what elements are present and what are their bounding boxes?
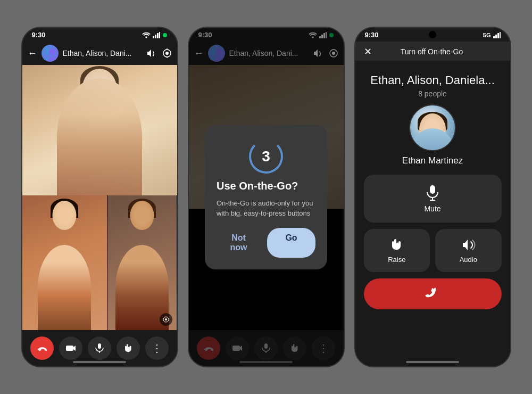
video-participant-bottom-left xyxy=(22,195,107,330)
home-indicator-3 xyxy=(406,361,459,363)
fx-badge-icon xyxy=(160,313,172,326)
svg-rect-2 xyxy=(157,33,159,38)
mic-icon xyxy=(94,343,105,354)
svg-point-4 xyxy=(163,33,167,37)
countdown-circle: 3 xyxy=(249,139,283,174)
video-participant-top xyxy=(22,61,177,195)
svg-rect-29 xyxy=(497,33,499,38)
status-icons-1 xyxy=(142,32,168,38)
audio-button[interactable]: Audio xyxy=(435,229,502,272)
camera-icon xyxy=(65,343,76,354)
raise-hand-icon-3 xyxy=(389,237,404,252)
mute-mic-icon xyxy=(424,184,441,201)
more-options-button[interactable]: ⋮ xyxy=(145,336,169,360)
topbar-label: Turn off On-the-Go xyxy=(401,47,463,56)
speaker-icon[interactable] xyxy=(146,48,156,58)
status-time-1: 9:30 xyxy=(32,31,46,39)
dialog-buttons: Not now Go xyxy=(217,228,315,258)
avatar-body xyxy=(411,128,454,151)
raise-hand-button[interactable] xyxy=(117,336,140,360)
svg-rect-12 xyxy=(66,346,73,351)
svg-rect-13 xyxy=(98,343,101,349)
end-call-icon xyxy=(37,343,47,354)
on-the-go-content: Ethan, Alison, Daniela... 8 people Ethan… xyxy=(355,63,510,366)
mute-label: Mute xyxy=(424,204,440,213)
people-count: 8 people xyxy=(418,89,447,98)
svg-rect-3 xyxy=(159,32,160,38)
svg-rect-0 xyxy=(153,36,154,38)
camera-notch xyxy=(429,31,436,38)
on-the-go-dialog: 3 Use On-the-Go? On-the-Go is audio-only… xyxy=(205,125,327,269)
effects-icon[interactable] xyxy=(162,48,172,58)
participant-avatar xyxy=(409,104,456,151)
video-participant-bottom-right xyxy=(107,195,177,330)
network-badge: 5G xyxy=(483,32,491,38)
call-avatar-1 xyxy=(41,45,59,62)
svg-point-6 xyxy=(49,48,55,55)
phone-3: 9:30 5G ✕ Turn off On-the-Go Ethan, Alis… xyxy=(354,27,511,367)
end-call-icon-3 xyxy=(421,283,444,305)
participant-name: Ethan Martinez xyxy=(402,155,463,166)
svg-point-11 xyxy=(165,318,167,321)
svg-rect-1 xyxy=(155,35,156,38)
go-button[interactable]: Go xyxy=(267,228,315,258)
mute-button[interactable]: Mute xyxy=(364,175,502,223)
raise-hand-button-3[interactable]: Raise xyxy=(364,229,430,272)
audio-label: Audio xyxy=(460,256,477,264)
on-the-go-topbar: ✕ Turn off On-the-Go xyxy=(355,42,510,61)
video-grid-1 xyxy=(22,61,177,330)
mic-button[interactable] xyxy=(88,336,111,360)
signal-icon xyxy=(153,32,160,38)
camera-button[interactable] xyxy=(59,336,82,360)
active-dot-icon xyxy=(162,32,168,38)
end-call-button[interactable] xyxy=(30,336,54,360)
raise-label: Raise xyxy=(388,256,405,264)
not-now-button[interactable]: Not now xyxy=(217,228,261,258)
back-button-1[interactable]: ← xyxy=(28,48,37,59)
audio-icon xyxy=(461,237,476,252)
phone-2: 9:30 ← xyxy=(188,27,345,367)
status-time-3: 9:30 xyxy=(365,31,379,39)
home-indicator-1 xyxy=(73,361,126,363)
svg-rect-31 xyxy=(430,185,435,194)
svg-rect-30 xyxy=(500,32,501,38)
wifi-icon xyxy=(142,32,151,38)
group-avatar-icon xyxy=(43,46,57,61)
end-call-button-3[interactable] xyxy=(364,278,502,309)
call-header-1: ← Ethan, Alison, Dani... xyxy=(22,42,177,65)
video-bottom-row xyxy=(22,195,177,330)
status-icons-3: 5G xyxy=(483,32,501,38)
call-name-1: Ethan, Alison, Dani... xyxy=(63,49,142,58)
phone-1: 9:30 ← xyxy=(21,27,178,367)
signal-icon-3 xyxy=(493,32,501,38)
dialog-overlay: 3 Use On-the-Go? On-the-Go is audio-only… xyxy=(189,28,344,366)
countdown-number: 3 xyxy=(262,148,270,165)
raise-hand-icon xyxy=(123,343,134,354)
group-call-name: Ethan, Alison, Daniela... xyxy=(370,73,495,87)
svg-rect-28 xyxy=(495,35,497,38)
close-button[interactable]: ✕ xyxy=(364,46,372,58)
svg-rect-27 xyxy=(493,36,495,38)
dialog-description: On-the-Go is audio-only for you with big… xyxy=(217,199,315,218)
small-controls-row: Raise Audio xyxy=(364,229,502,272)
dialog-title: Use On-the-Go? xyxy=(217,180,298,192)
call-header-icons-1 xyxy=(146,48,172,58)
status-bar-1: 9:30 xyxy=(22,28,177,41)
more-dots-icon: ⋮ xyxy=(152,342,162,355)
